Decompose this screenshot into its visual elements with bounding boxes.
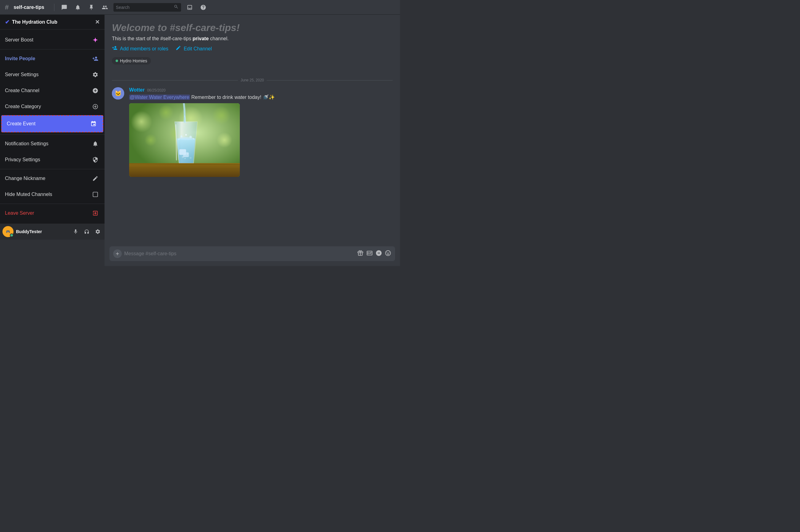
- create-channel-icon: [91, 86, 99, 95]
- svg-text:🐱: 🐱: [115, 90, 122, 97]
- message-item: 🐱 Wotter 06/25/2020 @Water Water Everywh…: [112, 87, 393, 177]
- pin-icon-btn[interactable]: [86, 2, 96, 12]
- thread-label-text: Hydro Homies: [120, 58, 147, 63]
- server-title-bar: ✔ The Hydration Club ✕: [0, 15, 105, 30]
- chat-add-button[interactable]: [113, 249, 122, 258]
- separator-2: [0, 134, 105, 135]
- help-icon-btn[interactable]: [198, 2, 208, 12]
- create-category-icon: [91, 102, 99, 111]
- message-header: Wotter 06/25/2020: [129, 87, 393, 93]
- inbox-icon-btn[interactable]: [185, 2, 195, 12]
- search-bar[interactable]: [113, 3, 181, 12]
- svg-rect-0: [93, 192, 98, 197]
- chat-actions: Add members or roles Edit Channel: [112, 45, 393, 52]
- chat-input-area: [105, 246, 400, 266]
- menu-item-leave-server[interactable]: Leave Server: [0, 205, 105, 221]
- leave-server-icon: [91, 209, 99, 217]
- headphones-icon-btn[interactable]: [83, 227, 91, 236]
- mic-icon-btn[interactable]: [71, 227, 80, 236]
- menu-item-server-settings[interactable]: Server Settings: [0, 66, 105, 83]
- privacy-settings-icon: [91, 155, 99, 164]
- message-author: Wotter: [129, 87, 145, 93]
- svg-point-9: [212, 106, 231, 125]
- svg-point-22: [178, 139, 180, 140]
- invite-people-icon: [91, 54, 99, 63]
- add-members-icon: [112, 45, 117, 52]
- message-timestamp: 06/25/2020: [147, 88, 165, 92]
- message-mention[interactable]: @Water Water Everywhere: [129, 95, 190, 100]
- chat-input-bar: [109, 246, 395, 261]
- channel-hash-icon: #: [5, 3, 8, 11]
- svg-point-7: [158, 105, 174, 120]
- message-image: [129, 103, 240, 177]
- separator-4: [0, 204, 105, 204]
- svg-point-11: [217, 132, 232, 148]
- main-layout: ✔ The Hydration Club ✕ Server Boost Invi…: [0, 15, 400, 266]
- menu-item-create-event[interactable]: Create Event: [1, 115, 103, 132]
- message-text: @Water Water Everywhere Remember to drin…: [129, 94, 393, 101]
- threads-icon-btn[interactable]: [59, 2, 69, 12]
- menu-item-change-nickname[interactable]: Change Nickname: [0, 170, 105, 187]
- separator-3: [0, 169, 105, 169]
- topbar: # self-care-tips: [0, 0, 400, 15]
- user-avatar[interactable]: 🎮: [2, 226, 14, 237]
- notification-settings-icon: [91, 139, 99, 148]
- thread-label: Hydro Homies: [112, 57, 151, 64]
- search-icon: [174, 4, 179, 11]
- edit-channel-label: Edit Channel: [184, 46, 212, 52]
- messages-list: June 25, 2020 🐱 Wotter 06/25/2020 @Water: [105, 71, 400, 246]
- user-settings-icon-btn[interactable]: [93, 227, 102, 236]
- gift-icon[interactable]: [357, 250, 364, 258]
- svg-point-6: [131, 111, 152, 132]
- checkmark-icon: ✔: [5, 19, 10, 25]
- user-bar: 🎮 BuddyTester: [0, 224, 105, 240]
- svg-point-20: [189, 136, 192, 138]
- emoji-icon[interactable]: [385, 250, 392, 258]
- notification-icon-btn[interactable]: [73, 2, 83, 12]
- hide-muted-icon: [91, 190, 99, 199]
- menu-item-notification-settings[interactable]: Notification Settings: [0, 136, 105, 152]
- close-menu-icon[interactable]: ✕: [95, 19, 99, 25]
- message-avatar: 🐱: [112, 87, 124, 99]
- menu-item-privacy-settings[interactable]: Privacy Settings: [0, 152, 105, 168]
- server-title: The Hydration Club: [12, 19, 57, 25]
- user-name: BuddyTester: [16, 229, 69, 234]
- search-input[interactable]: [116, 5, 174, 10]
- server-boost-icon: [91, 36, 99, 44]
- svg-point-10: [145, 134, 157, 146]
- svg-text:🎮: 🎮: [6, 229, 10, 234]
- svg-point-19: [181, 135, 182, 137]
- svg-rect-13: [129, 163, 240, 177]
- chat-area: Welcome to #self-care-tips! This is the …: [105, 15, 400, 266]
- edit-channel-btn[interactable]: Edit Channel: [176, 45, 212, 52]
- svg-point-21: [185, 134, 187, 136]
- edit-channel-icon: [176, 45, 181, 52]
- chat-input-icons: [357, 250, 392, 258]
- message-content: Wotter 06/25/2020 @Water Water Everywher…: [129, 87, 393, 177]
- add-members-label: Add members or roles: [120, 46, 168, 52]
- members-icon-btn[interactable]: [100, 2, 110, 12]
- left-panel: ✔ The Hydration Club ✕ Server Boost Invi…: [0, 15, 105, 266]
- create-event-icon: [89, 119, 98, 128]
- chat-message-input[interactable]: [124, 251, 354, 256]
- server-settings-icon: [91, 70, 99, 79]
- sticker-icon[interactable]: [376, 250, 382, 258]
- add-members-btn[interactable]: Add members or roles: [112, 45, 168, 52]
- gif-icon[interactable]: [366, 250, 373, 258]
- user-status-indicator: [10, 233, 14, 237]
- date-divider-text: June 25, 2020: [240, 78, 264, 82]
- svg-rect-17: [183, 152, 189, 157]
- date-divider: June 25, 2020: [112, 78, 393, 82]
- menu-item-create-channel[interactable]: Create Channel: [0, 83, 105, 99]
- thread-status-dot: [115, 60, 118, 62]
- menu-item-server-boost[interactable]: Server Boost: [0, 32, 105, 48]
- message-body: Remember to drink water today! 🚿✨: [191, 95, 275, 100]
- separator-1: [0, 49, 105, 50]
- channel-name: self-care-tips: [14, 5, 44, 10]
- menu-item-hide-muted-channels[interactable]: Hide Muted Channels: [0, 187, 105, 203]
- chat-title: Welcome to #self-care-tips!: [112, 22, 393, 34]
- change-nickname-icon: [91, 174, 99, 183]
- chat-description: This is the start of the #self-care-tips…: [112, 36, 393, 41]
- menu-item-create-category[interactable]: Create Category: [0, 99, 105, 115]
- menu-item-invite-people[interactable]: Invite People: [0, 51, 105, 66]
